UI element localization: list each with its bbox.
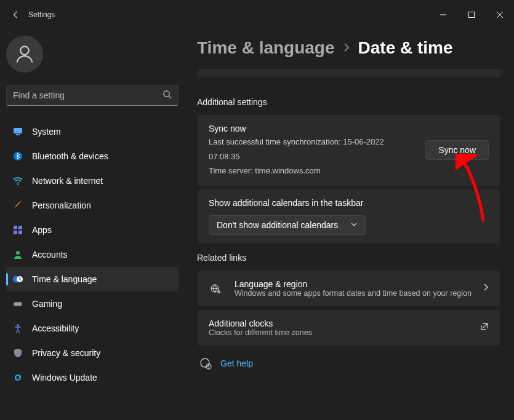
person-icon	[12, 249, 23, 260]
svg-point-19	[17, 324, 19, 327]
sidebar-item-label: Gaming	[32, 299, 62, 309]
user-avatar[interactable]	[6, 36, 43, 73]
minimize-button[interactable]	[429, 5, 457, 25]
breadcrumb-parent[interactable]: Time & language	[197, 38, 335, 58]
gamepad-icon	[12, 298, 23, 309]
chevron-right-icon	[343, 43, 350, 53]
chevron-down-icon	[350, 220, 358, 230]
sidebar-item-bluetooth[interactable]: Bluetooth & devices	[6, 144, 179, 168]
language-region-sub: Windows and some apps format dates and t…	[235, 289, 472, 298]
search-input[interactable]	[6, 85, 179, 106]
sidebar-item-label: Time & language	[32, 274, 97, 284]
sync-title: Sync now	[209, 124, 425, 133]
svg-point-3	[164, 91, 169, 97]
additional-clocks-title: Additional clocks	[209, 319, 469, 328]
app-title: Settings	[28, 10, 55, 19]
sync-now-button[interactable]: Sync now	[425, 140, 489, 160]
calendar-title: Show additional calendars in the taskbar	[209, 198, 489, 208]
nav-list: System Bluetooth & devices Network & int…	[6, 119, 179, 390]
help-icon: ?	[199, 357, 212, 370]
sync-lastsync-line2: 07:08:35	[209, 151, 425, 163]
brush-icon	[12, 200, 23, 211]
sidebar-item-time-language[interactable]: Time & language	[6, 267, 179, 291]
svg-rect-1	[469, 12, 475, 18]
svg-point-8	[17, 184, 18, 185]
calendar-select[interactable]: Don't show additional calendars	[209, 215, 366, 235]
window-controls	[429, 5, 514, 25]
sidebar-item-label: Personalization	[32, 200, 91, 210]
sidebar-item-label: Windows Update	[32, 373, 97, 382]
apps-icon	[12, 224, 23, 236]
breadcrumb-current: Date & time	[358, 38, 453, 58]
accessibility-icon	[12, 323, 23, 334]
section-title-additional: Additional settings	[197, 97, 500, 107]
calendar-select-value: Don't show additional calendars	[217, 220, 338, 230]
breadcrumb: Time & language Date & time	[197, 38, 500, 58]
update-icon	[12, 372, 23, 383]
svg-line-4	[169, 96, 171, 98]
sidebar-item-label: Accounts	[32, 250, 68, 260]
search-icon	[163, 90, 172, 101]
sidebar-item-accessibility[interactable]: Accessibility	[6, 316, 179, 341]
additional-clocks-sub: Clocks for different time zones	[209, 328, 469, 337]
search-field[interactable]	[13, 90, 163, 100]
prev-card-edge	[197, 69, 500, 77]
sidebar-item-label: Privacy & security	[32, 348, 100, 358]
svg-point-2	[20, 46, 29, 55]
svg-rect-11	[14, 231, 17, 234]
svg-point-18	[19, 304, 20, 305]
language-region-title: Language & region	[235, 279, 472, 289]
svg-point-13	[16, 251, 20, 255]
sidebar-item-personalization[interactable]: Personalization	[6, 193, 179, 218]
monitor-icon	[12, 126, 23, 137]
sidebar-item-gaming[interactable]: Gaming	[6, 291, 179, 316]
title-bar: Settings	[0, 0, 514, 30]
additional-clocks-row[interactable]: Additional clocks Clocks for different t…	[197, 309, 500, 346]
svg-rect-12	[18, 231, 22, 234]
sync-server: Time server: time.windows.com	[209, 165, 425, 177]
wifi-icon	[12, 175, 23, 186]
svg-rect-10	[18, 226, 22, 229]
svg-rect-5	[14, 128, 22, 133]
sidebar-item-network[interactable]: Network & internet	[6, 168, 179, 193]
bluetooth-icon	[12, 151, 23, 162]
close-button[interactable]	[486, 5, 514, 25]
sidebar-item-label: Apps	[32, 225, 52, 235]
sidebar-item-apps[interactable]: Apps	[6, 218, 179, 242]
sidebar-item-label: Accessibility	[32, 323, 79, 333]
clock-globe-icon	[12, 274, 23, 285]
sidebar-item-system[interactable]: System	[6, 119, 179, 144]
back-button[interactable]	[6, 5, 26, 25]
sidebar-item-label: Network & internet	[32, 176, 103, 186]
sync-card: Sync now Last successful time synchroniz…	[197, 114, 500, 186]
chevron-right-icon	[483, 283, 489, 293]
sync-lastsync-line1: Last successful time synchronization: 15…	[209, 136, 425, 148]
shield-icon	[12, 347, 23, 359]
maximize-button[interactable]	[457, 5, 486, 25]
main-content: Time & language Date & time Additional s…	[185, 30, 514, 420]
sidebar-item-label: Bluetooth & devices	[32, 151, 108, 161]
svg-rect-16	[14, 302, 22, 306]
get-help-link[interactable]: ? Get help	[199, 357, 500, 370]
svg-point-17	[15, 304, 17, 305]
sidebar-item-privacy[interactable]: Privacy & security	[6, 341, 179, 365]
calendar-card: Show additional calendars in the taskbar…	[197, 189, 500, 244]
get-help-label: Get help	[220, 359, 253, 368]
sidebar: System Bluetooth & devices Network & int…	[0, 30, 185, 420]
svg-rect-9	[14, 226, 17, 229]
open-external-icon	[480, 322, 489, 333]
svg-text:A: A	[217, 289, 221, 295]
svg-rect-6	[16, 134, 20, 135]
language-region-row[interactable]: A Language & region Windows and some app…	[197, 270, 500, 307]
sidebar-item-accounts[interactable]: Accounts	[6, 242, 179, 267]
section-title-related: Related links	[197, 253, 500, 263]
sidebar-item-windows-update[interactable]: Windows Update	[6, 365, 179, 390]
sidebar-item-label: System	[32, 127, 61, 137]
globe-text-icon: A	[209, 282, 223, 295]
